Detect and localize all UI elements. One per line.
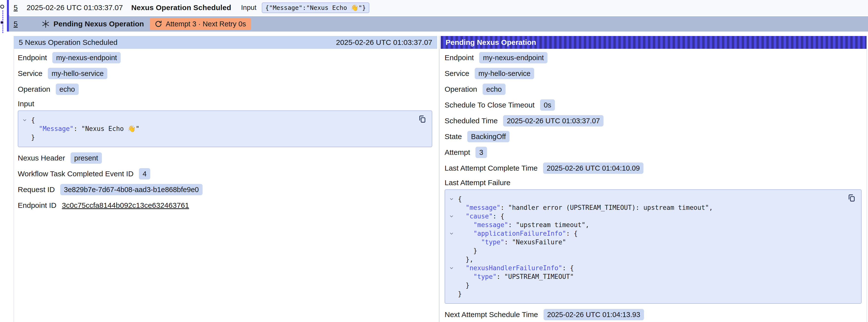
json-line: "cause": {: [448, 212, 844, 221]
detail-field-row: Last Attempt Complete Time2025-02-26 UTC…: [444, 160, 862, 176]
retry-text: Attempt 3 · Next Retry 0s: [165, 20, 246, 28]
pending-operation-header-title: Pending Nexus Operation: [445, 38, 536, 46]
field-value-badge: present: [70, 152, 102, 164]
json-key: "message": [473, 221, 508, 229]
copy-icon: [847, 194, 856, 202]
json-line: "type": "NexusFailure": [448, 238, 844, 247]
json-text: [31, 125, 39, 133]
chevron-down-icon[interactable]: [449, 266, 454, 271]
json-gutter: [448, 255, 458, 264]
field-value-badge: BackingOff: [467, 131, 509, 142]
json-gutter: [448, 272, 458, 281]
panel-divider: [439, 36, 439, 322]
json-text: [458, 264, 466, 272]
field-value-link[interactable]: 3c0c75ccfa8144b092c13ce632463761: [62, 201, 189, 210]
json-text: [458, 238, 481, 247]
json-gutter: [21, 125, 31, 133]
json-collapse-toggle[interactable]: [448, 212, 458, 221]
field-label: Endpoint: [18, 54, 47, 62]
pending-asterisk-icon: [41, 20, 50, 28]
field-value-badge: 2025-02-26 UTC 01:03:37.07: [503, 115, 603, 127]
failure-section-label: Last Attempt Failure: [444, 176, 862, 189]
pending-operation-row[interactable]: 5 Pending Nexus Operation Attempt 3 · Ne…: [9, 16, 868, 32]
field-label: Request ID: [18, 185, 55, 194]
json-gutter: [448, 221, 458, 229]
json-line: "type": "UPSTREAM_TIMEOUT": [448, 272, 844, 281]
field-value-badge: 2025-02-26 UTC 01:04:13.93: [544, 309, 644, 320]
pending-operation-fields: Endpointmy-nexus-endpointServicemy-hello…: [444, 50, 862, 176]
json-text: : "UPSTREAM_TIMEOUT": [497, 272, 574, 281]
field-value-badge: 4: [139, 168, 150, 180]
json-collapse-toggle[interactable]: [448, 229, 458, 238]
json-line: },: [448, 255, 844, 264]
event-row-scheduled[interactable]: 5 2025-02-26 UTC 01:03:37.07 Nexus Opera…: [9, 0, 868, 15]
input-section-label: Input: [18, 97, 432, 110]
event-timestamp: 2025-02-26 UTC 01:03:37.07: [27, 3, 123, 12]
chevron-down-icon[interactable]: [22, 118, 27, 123]
field-label: Next Attempt Schedule Time: [444, 311, 538, 319]
json-line: }: [448, 247, 844, 255]
json-key: "message": [466, 203, 500, 212]
field-value-badge: my-nexus-endpoint: [479, 52, 548, 63]
event-input-preview-badge: {"Message":"Nexus Echo 👋"}: [262, 2, 369, 13]
detail-field-row: Scheduled Time2025-02-26 UTC 01:03:37.07: [444, 113, 862, 129]
json-gutter: [448, 203, 458, 212]
json-line: }: [448, 281, 844, 290]
json-line: "applicationFailureInfo": {: [448, 229, 844, 238]
json-key: "type": [481, 238, 504, 247]
input-json-lines: { "Message": "Nexus Echo 👋"}: [21, 116, 414, 142]
detail-field-row: Servicemy-hello-service: [444, 66, 862, 82]
timeline-node-open-icon: [0, 5, 4, 9]
json-text: : {: [562, 264, 574, 272]
copy-failure-button[interactable]: [847, 194, 856, 202]
event-details-fields: Endpointmy-nexus-endpointServicemy-hello…: [18, 50, 432, 97]
json-gutter: [448, 290, 458, 298]
pending-id-link[interactable]: 5: [13, 20, 18, 28]
field-label: Operation: [18, 85, 50, 93]
field-value-badge: echo: [483, 84, 505, 95]
json-text: {: [458, 195, 462, 203]
json-collapse-toggle[interactable]: [448, 264, 458, 272]
field-label: Endpoint ID: [18, 201, 57, 210]
json-text: : "Nexus Echo 👋": [73, 125, 140, 133]
json-line: "message": "upstream timeout",: [448, 221, 844, 229]
field-label: State: [444, 132, 462, 141]
field-value-badge: my-hello-service: [475, 68, 534, 79]
json-key: "nexusHandlerFailureInfo": [466, 264, 562, 272]
json-key: "applicationFailureInfo": [473, 229, 566, 238]
json-collapse-toggle[interactable]: [21, 116, 31, 125]
details-right-border: [867, 36, 867, 322]
chevron-down-icon[interactable]: [449, 197, 454, 202]
field-label: Nexus Header: [18, 154, 65, 162]
detail-field-row: Endpointmy-nexus-endpoint: [444, 50, 862, 66]
json-line: }: [448, 290, 844, 298]
json-text: [458, 203, 466, 212]
detail-field-row: Workflow Task Completed Event ID4: [18, 166, 432, 182]
json-gutter: [21, 133, 31, 142]
detail-field-row: Attempt3: [444, 144, 862, 160]
copy-icon: [418, 115, 426, 123]
event-id-link[interactable]: 5: [13, 3, 18, 12]
json-text: [458, 272, 473, 281]
pending-operation-panel: Pending Nexus Operation Endpointmy-nexus…: [441, 36, 867, 322]
field-label: Service: [444, 69, 469, 78]
chevron-down-icon[interactable]: [449, 214, 454, 219]
copy-input-button[interactable]: [418, 115, 426, 123]
field-value-badge: 2025-02-26 UTC 01:04:10.09: [543, 162, 644, 174]
json-text: : "handler error (UPSTREAM_TIMEOUT): ups…: [500, 203, 713, 212]
field-label: Last Attempt Complete Time: [444, 164, 538, 172]
field-value-badge: 3e829b7e-7d67-4b08-aad3-b1e868bfe9e0: [60, 184, 203, 195]
field-label: Scheduled Time: [444, 117, 498, 125]
event-details-fields-extra: Nexus HeaderpresentWorkflow Task Complet…: [18, 150, 432, 213]
json-key: "type": [473, 272, 497, 281]
json-line: "Message": "Nexus Echo 👋": [21, 125, 414, 133]
field-value-badge: 0s: [540, 99, 555, 111]
event-details-title: 5 Nexus Operation Scheduled: [19, 38, 118, 46]
chevron-down-icon[interactable]: [449, 231, 454, 236]
json-text: },: [458, 255, 473, 264]
json-collapse-toggle[interactable]: [448, 195, 458, 203]
event-details-header: 5 Nexus Operation Scheduled 2025-02-26 U…: [14, 36, 437, 49]
failure-json-lines: { "message": "handler error (UPSTREAM_TI…: [448, 195, 844, 298]
event-name: Nexus Operation Scheduled: [131, 3, 231, 12]
detail-field-row: Servicemy-hello-service: [18, 66, 432, 82]
